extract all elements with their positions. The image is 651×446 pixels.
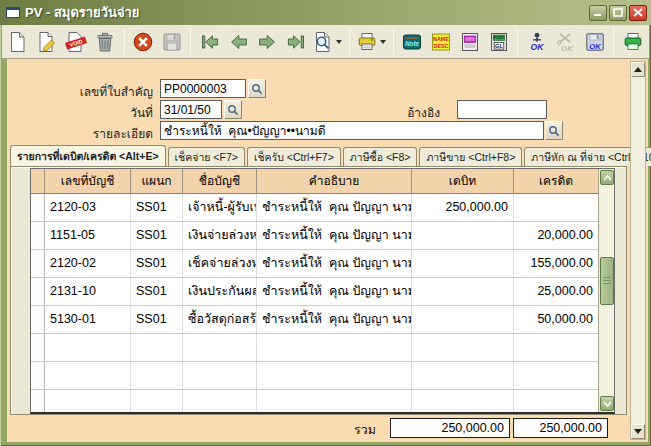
table-row[interactable]: 2120-02SS01เช็คจ่ายล่วงหน้าชำระหนี้ให้ ค… [31,250,614,278]
cell-account_name[interactable]: เจ้าหนี้-ผู้รับเหมา [183,194,257,221]
cell-account[interactable] [45,390,131,414]
name-desc-button[interactable]: NAME DESC [429,27,454,56]
confirm-save-button[interactable]: OK [582,27,607,56]
reference-input[interactable] [457,100,547,119]
cell-dept[interactable] [131,390,183,414]
delete-button[interactable] [93,27,118,56]
date-input[interactable] [160,100,222,119]
find-dropdown[interactable] [336,29,344,55]
cell-credit[interactable]: 50,000.00 [514,306,599,333]
cell-account[interactable]: 5130-01 [45,306,131,333]
row-selector[interactable] [31,278,45,305]
cell-account[interactable]: 2131-10 [45,278,131,305]
first-record-button[interactable] [197,27,222,56]
note-button[interactable]: Note [400,27,425,56]
cell-account_name[interactable] [183,362,257,389]
row-selector[interactable] [31,362,45,389]
cell-debit[interactable] [412,334,514,361]
bill-detail-button[interactable] [458,27,483,56]
cell-account_name[interactable]: เงินจ่ายล่วงหน้า [183,222,257,249]
cell-credit[interactable]: 25,000.00 [514,278,599,305]
print-voucher-button[interactable] [620,27,645,56]
next-record-button[interactable] [255,27,280,56]
grid-scroll-down-button[interactable] [600,396,614,411]
edit-document-button[interactable] [35,27,60,56]
row-selector[interactable] [31,250,45,277]
table-row[interactable] [31,362,614,390]
description-input[interactable] [160,121,544,140]
table-row[interactable]: 2120-03SS01เจ้าหนี้-ผู้รับเหมาชำระหนี้ให… [31,194,614,222]
cell-debit[interactable] [412,362,514,389]
row-selector[interactable] [31,306,45,333]
unapprove-button[interactable]: OK [553,27,578,56]
save-button[interactable] [159,27,184,56]
cell-credit[interactable] [514,194,599,221]
cell-account[interactable]: 1151-05 [45,222,131,249]
cell-description[interactable]: ชำระหนี้ให้ คุณ ปัญญา นามดี [257,194,412,221]
cell-description[interactable] [257,390,412,414]
row-selector[interactable] [31,390,45,414]
table-row[interactable]: 1151-05SS01เงินจ่ายล่วงหน้าชำระหนี้ให้ ค… [31,222,614,250]
cell-debit[interactable] [412,222,514,249]
cell-dept[interactable]: SS01 [131,278,183,305]
cell-account_name[interactable]: เงินประกันผลงาน [183,278,257,305]
approve-button[interactable]: OK [524,27,549,56]
form-scroll-down-button[interactable] [631,424,645,439]
grid-scroll-up-button[interactable] [600,170,614,185]
cell-debit[interactable] [412,390,514,414]
cell-description[interactable] [257,362,412,389]
cancel-button[interactable] [131,27,156,56]
row-selector[interactable] [31,222,45,249]
cell-account_name[interactable]: เช็คจ่ายล่วงหน้า [183,250,257,277]
tab-3[interactable]: เช็ครับ <Ctrl+F7> [247,147,341,166]
cell-credit[interactable] [514,390,599,414]
row-selector[interactable] [31,194,45,221]
cell-debit[interactable] [412,278,514,305]
tab-1[interactable]: รายการที่เดบิต/เครดิต <Alt+E> [10,145,166,166]
table-row[interactable]: 5130-01SS01ซื้อวัสดุก่อสร้างชำระหนี้ให้ … [31,306,614,334]
void-document-button[interactable]: VOID [64,27,89,56]
print-button[interactable] [354,27,379,56]
last-record-button[interactable] [284,27,309,56]
cell-dept[interactable]: SS01 [131,194,183,221]
minimize-button[interactable] [589,5,607,21]
cell-dept[interactable] [131,362,183,389]
close-button[interactable] [629,5,647,21]
table-row[interactable] [31,390,614,414]
cell-account[interactable] [45,362,131,389]
cell-description[interactable]: ชำระหนี้ให้ คุณ ปัญญา นามดี [257,306,412,333]
previous-record-button[interactable] [226,27,251,56]
cell-debit[interactable]: 250,000.00 [412,194,514,221]
print-dropdown[interactable] [379,29,387,55]
cell-account_name[interactable] [183,334,257,361]
cell-dept[interactable]: SS01 [131,250,183,277]
cell-dept[interactable]: SS01 [131,306,183,333]
row-selector[interactable] [31,334,45,361]
cell-account_name[interactable] [183,390,257,414]
cell-account[interactable] [45,334,131,361]
cell-credit[interactable] [514,334,599,361]
maximize-button[interactable] [609,5,627,21]
cell-account_name[interactable]: ซื้อวัสดุก่อสร้าง [183,306,257,333]
post-gl-button[interactable]: POST GL [487,27,512,56]
cell-debit[interactable] [412,306,514,333]
form-scroll-up-button[interactable] [631,62,645,77]
cell-dept[interactable] [131,334,183,361]
table-row[interactable]: 2131-10SS01เงินประกันผลงานชำระหนี้ให้ คุ… [31,278,614,306]
find-button[interactable] [311,27,336,56]
cell-credit[interactable] [514,362,599,389]
cell-account[interactable]: 2120-02 [45,250,131,277]
date-lookup-button[interactable] [224,100,242,119]
description-lookup-button[interactable] [545,121,563,140]
cell-credit[interactable]: 155,000.00 [514,250,599,277]
cell-description[interactable]: ชำระหนี้ให้ คุณ ปัญญา นามดี [257,250,412,277]
voucher-no-input[interactable] [160,79,246,98]
voucher-lookup-button[interactable] [248,79,266,98]
cell-description[interactable]: ชำระหนี้ให้ คุณ ปัญญา นามดี [257,278,412,305]
grid-scroll-thumb[interactable] [600,257,614,305]
cell-credit[interactable]: 20,000.00 [514,222,599,249]
table-row[interactable] [31,334,614,362]
tab-4[interactable]: ภาษีซื้อ <F8> [343,147,418,166]
cell-debit[interactable] [412,250,514,277]
cell-description[interactable] [257,334,412,361]
